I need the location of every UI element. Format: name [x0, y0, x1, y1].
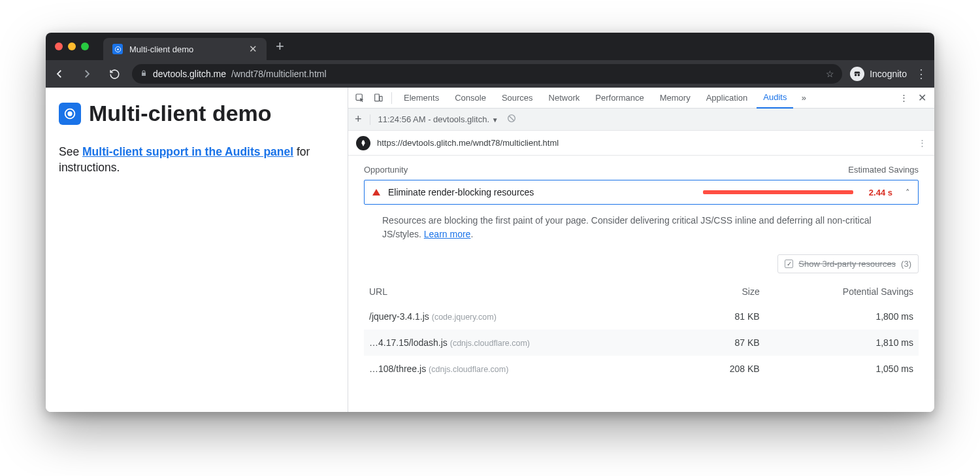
- bookmark-icon[interactable]: ☆: [826, 69, 834, 79]
- tab-application[interactable]: Application: [700, 88, 755, 109]
- back-button[interactable]: [50, 64, 69, 84]
- tab-sources[interactable]: Sources: [495, 88, 540, 109]
- browser-window: Multi-client demo ✕ + devtools.glitch.me…: [46, 33, 934, 412]
- learn-more-link[interactable]: Learn more: [424, 229, 471, 239]
- zoom-window-icon[interactable]: [81, 42, 89, 50]
- address-bar[interactable]: devtools.glitch.me/wndt78/multiclient.ht…: [132, 64, 842, 84]
- resources-table: URL Size Potential Savings /jquery-3.4.1…: [364, 280, 919, 382]
- res-path: …4.17.15/lodash.js: [369, 337, 448, 348]
- res-path: /jquery-3.4.1.js: [369, 311, 429, 322]
- third-party-toggle[interactable]: ✓ Show 3rd-party resources (3): [777, 254, 919, 273]
- opportunity-time: 2.44 s: [869, 188, 892, 197]
- close-window-icon[interactable]: [55, 42, 63, 50]
- url-path: /wndt78/multiclient.html: [231, 69, 327, 79]
- reload-button[interactable]: [105, 64, 124, 84]
- lighthouse-icon: [356, 136, 370, 150]
- devtools-close-icon[interactable]: ✕: [914, 92, 930, 104]
- new-tab-button[interactable]: +: [276, 38, 284, 55]
- svg-point-2: [855, 74, 857, 76]
- audit-select-label: 11:24:56 AM - devtools.glitch.: [378, 114, 490, 124]
- page-content: Multi-client demo See Multi-client suppo…: [46, 88, 348, 412]
- tab-title: Multi-client demo: [129, 44, 193, 54]
- res-size: 208 KB: [688, 356, 764, 382]
- opportunity-header: Opportunity: [364, 165, 408, 175]
- svg-rect-7: [375, 94, 380, 101]
- audit-url-menu-icon[interactable]: ⋮: [918, 138, 926, 148]
- third-party-label: Show 3rd-party resources: [798, 259, 896, 269]
- incognito-indicator[interactable]: Incognito: [850, 67, 907, 81]
- chevron-up-icon: ˄: [906, 188, 910, 197]
- lock-icon: [140, 69, 148, 79]
- svg-point-3: [858, 74, 860, 76]
- clear-icon[interactable]: [506, 113, 517, 126]
- devtools-panel: Elements Console Sources Network Perform…: [348, 88, 934, 412]
- res-savings: 1,050 ms: [765, 356, 919, 382]
- res-origin: (cdnjs.cloudflare.com): [450, 339, 530, 348]
- chevron-down-icon: ▼: [492, 116, 498, 124]
- svg-point-1: [117, 48, 119, 50]
- res-origin: (cdnjs.cloudflare.com): [429, 365, 508, 374]
- res-path: …108/three.js: [369, 364, 426, 374]
- tab-performance[interactable]: Performance: [589, 88, 650, 109]
- res-savings: 1,800 ms: [765, 303, 919, 330]
- tab-strip: Multi-client demo ✕ +: [46, 33, 934, 60]
- table-row: …4.17.15/lodash.js (cdnjs.cloudflare.com…: [364, 330, 919, 356]
- incognito-label: Incognito: [870, 69, 907, 79]
- page-logo-icon: [59, 103, 81, 125]
- more-tabs-icon[interactable]: »: [796, 90, 811, 106]
- col-size: Size: [688, 280, 764, 303]
- paragraph-pre: See: [59, 145, 82, 158]
- res-savings: 1,810 ms: [765, 330, 919, 356]
- savings-bar: [703, 190, 853, 194]
- res-origin: (code.jquery.com): [432, 313, 497, 322]
- audits-link[interactable]: Multi-client support in the Audits panel: [82, 145, 293, 158]
- incognito-icon: [850, 67, 864, 81]
- col-url: URL: [364, 280, 688, 303]
- new-audit-button[interactable]: +: [355, 112, 362, 126]
- page-title: Multi-client demo: [59, 101, 335, 126]
- minimize-window-icon[interactable]: [68, 42, 76, 50]
- audit-body: Opportunity Estimated Savings Eliminate …: [348, 156, 934, 382]
- audit-url: https://devtools.glitch.me/wndt78/multic…: [377, 138, 559, 148]
- audit-select[interactable]: 11:24:56 AM - devtools.glitch. ▼: [378, 114, 498, 124]
- device-toggle-icon[interactable]: [370, 90, 386, 106]
- opportunity-description: Resources are blocking the first paint o…: [364, 205, 919, 245]
- savings-header: Estimated Savings: [848, 165, 919, 175]
- tab-audits[interactable]: Audits: [757, 88, 793, 109]
- checkbox-icon[interactable]: ✓: [785, 260, 793, 268]
- audit-url-row: https://devtools.glitch.me/wndt78/multic…: [348, 131, 934, 156]
- svg-rect-8: [380, 96, 382, 101]
- page-paragraph: See Multi-client support in the Audits p…: [59, 144, 335, 175]
- col-savings: Potential Savings: [765, 280, 919, 303]
- browser-toolbar: devtools.glitch.me/wndt78/multiclient.ht…: [46, 60, 934, 88]
- forward-button[interactable]: [77, 64, 97, 84]
- third-party-count: (3): [901, 259, 911, 269]
- tab-network[interactable]: Network: [542, 88, 587, 109]
- page-heading-text: Multi-client demo: [89, 101, 272, 126]
- tab-console[interactable]: Console: [448, 88, 493, 109]
- warning-triangle-icon: [372, 189, 380, 196]
- opportunity-title: Eliminate render-blocking resources: [388, 187, 534, 197]
- tab-memory[interactable]: Memory: [653, 88, 697, 109]
- favicon-icon: [112, 44, 123, 54]
- audits-subbar: + 11:24:56 AM - devtools.glitch. ▼: [348, 109, 934, 131]
- opportunity-row[interactable]: Eliminate render-blocking resources 2.44…: [364, 180, 919, 205]
- devtools-tabs: Elements Console Sources Network Perform…: [348, 88, 934, 109]
- close-tab-icon[interactable]: ✕: [249, 43, 257, 55]
- devtools-menu-icon[interactable]: ⋮: [896, 90, 911, 106]
- tab-elements[interactable]: Elements: [397, 88, 446, 109]
- res-size: 87 KB: [688, 330, 764, 356]
- browser-tab[interactable]: Multi-client demo ✕: [103, 38, 267, 60]
- inspect-icon[interactable]: [352, 90, 368, 106]
- res-size: 81 KB: [688, 303, 764, 330]
- table-row: /jquery-3.4.1.js (code.jquery.com) 81 KB…: [364, 303, 919, 330]
- svg-point-5: [68, 112, 72, 116]
- window-controls: [46, 42, 98, 50]
- table-row: …108/three.js (cdnjs.cloudflare.com) 208…: [364, 356, 919, 382]
- url-host: devtools.glitch.me: [153, 69, 226, 79]
- browser-menu-icon[interactable]: ⋮: [915, 67, 928, 81]
